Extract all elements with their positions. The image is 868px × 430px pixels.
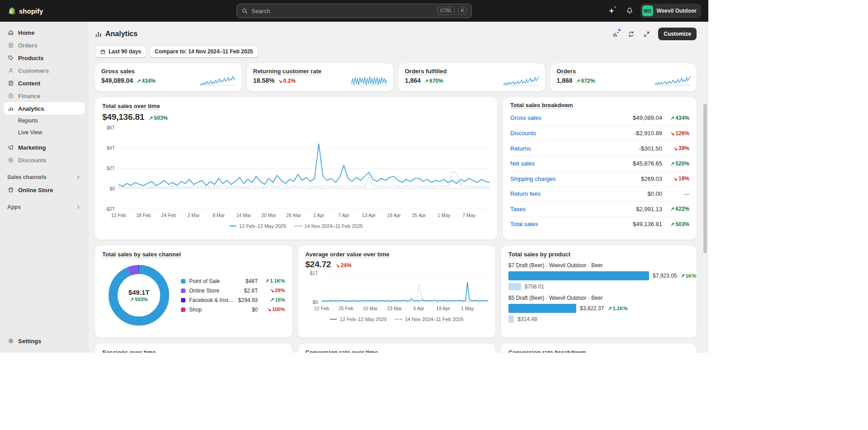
channel-legend-row: Online Store $2.8T 29%: [181, 288, 285, 294]
sidebar-item-finance[interactable]: $ Finance: [4, 90, 85, 102]
calendar-icon: [100, 49, 106, 55]
kbd-k: K: [458, 7, 467, 15]
sidebar-section-apps[interactable]: Apps: [4, 201, 85, 213]
chart-legend: 12 Feb–12 May 2025 14 Nov 2024–11 Feb 20…: [102, 223, 490, 229]
aov-card: Average order value over time $24.72 24%…: [298, 246, 495, 338]
sidebar-item-orders[interactable]: Orders: [4, 39, 85, 52]
search-input[interactable]: Search CTRL K: [237, 4, 472, 18]
breakdown-link[interactable]: Discounts: [510, 130, 634, 137]
account-menu[interactable]: WO Weevil Outdoor: [640, 4, 701, 18]
metric-card-orders-fulfilled: Orders fulfilled 1,864 670%: [398, 63, 545, 91]
refresh-button[interactable]: [625, 28, 637, 40]
search-icon: [242, 8, 248, 14]
breakdown-link[interactable]: Taxes: [510, 206, 636, 213]
chevron-right-icon: [75, 204, 81, 210]
aov-delta: 24%: [336, 262, 351, 269]
total-sales-title-link[interactable]: Total sales over time: [102, 103, 160, 109]
products-icon: [7, 54, 14, 61]
breakdown-link[interactable]: Gross sales: [510, 114, 633, 121]
sidebar-item-discounts[interactable]: Discounts: [4, 154, 85, 166]
aov-value: $24.72: [305, 260, 331, 269]
sidebar-item-online-store[interactable]: Online Store: [4, 184, 85, 196]
metric-spark-0: [200, 75, 235, 87]
date-range-button[interactable]: Last 90 days: [95, 45, 146, 58]
shopify-admin-window: shopify Search CTRL K: [0, 0, 708, 353]
breakdown-link[interactable]: Total sales: [510, 221, 633, 227]
chevron-right-icon: [75, 174, 81, 180]
insights-notification-dot: [618, 28, 621, 32]
sales-by-product-card: Total sales by product $7 Draft (Beer) ·…: [501, 246, 697, 338]
metric-delta: 0.2%: [278, 78, 296, 84]
conversion-rate-title-link[interactable]: Conversion rate over time: [305, 349, 378, 353]
sidebar-item-content[interactable]: Content: [4, 77, 85, 90]
shopify-logo[interactable]: shopify: [7, 6, 43, 15]
legend-previous-swatch: [395, 319, 402, 320]
home-icon: [7, 29, 14, 36]
breakdown-link[interactable]: Returns: [510, 145, 639, 152]
analytics-icon: [7, 105, 14, 112]
customers-icon: [7, 67, 14, 74]
channel-swatch: [181, 307, 185, 312]
customize-button[interactable]: Customize: [658, 28, 697, 40]
fullscreen-button[interactable]: [640, 28, 653, 40]
header-actions: Customize: [609, 28, 697, 40]
channel-legend: Point of Sale $46T 1.1K% Online Store $2…: [181, 278, 285, 313]
sidebar-item-settings[interactable]: Settings: [4, 335, 85, 347]
metric-value: 1,864: [405, 77, 421, 84]
sidebar-item-reports[interactable]: Reports: [4, 115, 85, 127]
notifications-button[interactable]: [622, 4, 637, 18]
total-sales-delta: 503%: [149, 115, 168, 121]
sales-by-product-title-link[interactable]: Total sales by product: [508, 251, 570, 258]
metric-delta: 672%: [576, 78, 595, 84]
breakdown-row: Taxes $2,991.13 622%: [510, 201, 689, 217]
aov-title-link[interactable]: Average order value over time: [305, 251, 389, 258]
breakdown-link[interactable]: Net sales: [510, 160, 633, 167]
compare-button[interactable]: Compare to: 14 Nov 2024–11 Feb 2025: [150, 45, 258, 58]
notification-dot: [613, 5, 617, 9]
metric-spark-2: [503, 75, 539, 87]
chart-legend: 12 Feb–12 May 2025 14 Nov 2024–11 Feb 20…: [305, 317, 488, 322]
main-content: Analytics Customize Last 90 days: [89, 22, 708, 353]
breakdown-row: Shipping charges $269.03 19%: [510, 171, 689, 186]
kbd-ctrl: CTRL: [437, 7, 455, 15]
finance-icon: $: [7, 92, 14, 99]
product-item: $7 Draft (Beer) · Weevil Outdoor · Beer …: [508, 262, 689, 290]
metric-value: 1,868: [557, 77, 573, 84]
metric-value: 18.58%: [253, 77, 275, 84]
sidebar-item-live-view[interactable]: Live View: [4, 127, 85, 138]
conversion-rate-breakdown-card: Conversion rate breakdown: [501, 344, 697, 353]
metric-cards-row: Gross sales $49,089.04 434% Returning cu…: [95, 63, 697, 91]
sidebar-item-customers[interactable]: Customers: [4, 64, 85, 77]
breakdown-link[interactable]: Return fees: [510, 190, 647, 197]
settings-gear-icon: [7, 337, 14, 345]
sidebar-item-home[interactable]: Home: [4, 26, 85, 39]
metric-card-gross-sales: Gross sales $49,089.04 434%: [95, 63, 242, 91]
sales-by-channel-title-link[interactable]: Total sales by sales channel: [102, 251, 181, 258]
topbar: shopify Search CTRL K: [0, 0, 708, 22]
sidebar-item-marketing[interactable]: Marketing: [4, 141, 85, 154]
insights-button[interactable]: [609, 28, 622, 40]
metric-title-link[interactable]: Gross sales: [101, 68, 135, 75]
total-sales-value: $49,136.81: [102, 112, 144, 122]
filter-bar: Last 90 days Compare to: 14 Nov 2024–11 …: [95, 45, 697, 58]
metric-title-link[interactable]: Orders fulfilled: [405, 68, 446, 75]
breakdown-row: Total sales $49,136.81 503%: [510, 217, 689, 232]
sidekick-button[interactable]: [604, 4, 619, 18]
breakdown-title-link[interactable]: Total sales breakdown: [510, 102, 573, 109]
total-sales-card: Total sales over time $49,136.81 503% $6…: [95, 97, 497, 240]
sessions-title-link[interactable]: Sessions over time: [102, 349, 156, 353]
metric-spark-3: [655, 75, 690, 87]
breakdown-link[interactable]: Shipping charges: [510, 175, 641, 182]
sidebar: Home Orders Products Customers Content $…: [0, 22, 89, 353]
metric-title-link[interactable]: Returning customer rate: [253, 68, 322, 75]
sidebar-item-products[interactable]: Products: [4, 52, 85, 64]
metric-title-link[interactable]: Orders: [557, 68, 576, 75]
conversion-breakdown-title-link[interactable]: Conversion rate breakdown: [508, 349, 586, 353]
product-item: $5 Draft (Beer) · Weevil Outdoor · Beer …: [508, 295, 689, 323]
sidebar-section-sales-channels[interactable]: Sales channels: [4, 171, 85, 184]
online-store-icon: [7, 186, 14, 194]
bell-icon: [626, 7, 633, 14]
sidebar-item-analytics[interactable]: Analytics: [4, 102, 85, 115]
bar-chart-icon: [95, 31, 102, 38]
scrollbar[interactable]: [703, 104, 707, 253]
